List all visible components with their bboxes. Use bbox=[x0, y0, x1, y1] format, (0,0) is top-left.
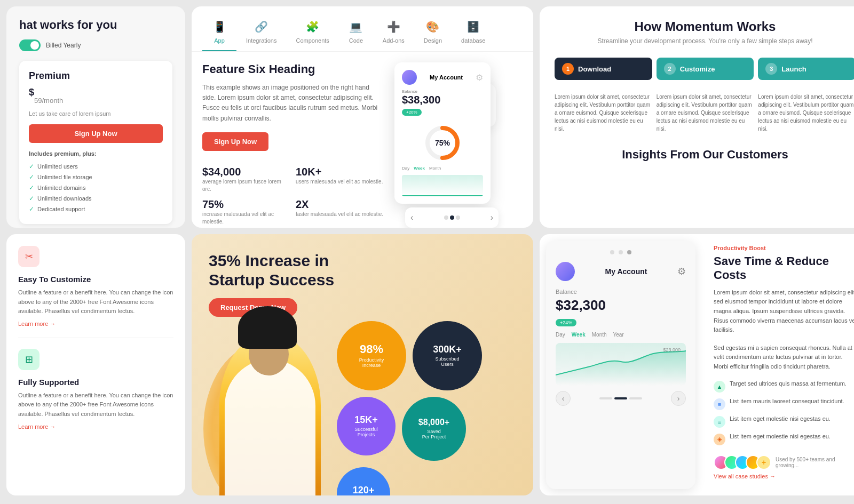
feature-image: My Account ⚙ Balance $32,30 My Account ⚙ bbox=[394, 62, 523, 228]
acc-badge: +24% bbox=[556, 319, 576, 326]
signup-button[interactable]: Sign Up Now bbox=[29, 124, 163, 143]
stats-title: 35% Increase inStartup Success bbox=[209, 251, 516, 290]
acc-period-tabs: Day Week Month Year bbox=[556, 332, 686, 338]
nav-item-integrations[interactable]: 🔗 Integrations bbox=[236, 15, 286, 51]
acc-header: My Account ⚙ bbox=[556, 262, 686, 281]
list-item: ✓Unlimited users bbox=[29, 161, 163, 172]
tab-week[interactable]: Week bbox=[572, 332, 586, 338]
step-2-num: 2 bbox=[664, 63, 676, 75]
step-3-desc: Lorem ipsum dolor sit amet, consectetur … bbox=[758, 93, 854, 133]
next-arrow[interactable]: › bbox=[671, 391, 686, 406]
prev-arrow[interactable]: ‹ bbox=[556, 391, 571, 406]
nav-item-components[interactable]: 🧩 Components bbox=[286, 15, 338, 51]
feature-nav: 📱 App 🔗 Integrations 🧩 Components 💻 Code… bbox=[192, 6, 533, 52]
stat-1: $34,000 average lorem ipsum fusce lorem … bbox=[202, 166, 290, 193]
step-3-button[interactable]: 3 Launch bbox=[758, 58, 854, 80]
billing-toggle[interactable] bbox=[19, 39, 41, 51]
customize-learn-more[interactable]: Learn more → bbox=[18, 321, 173, 327]
tab-year[interactable]: Year bbox=[613, 332, 624, 338]
feature-signup-button[interactable]: Sign Up Now bbox=[202, 132, 268, 151]
stat-4: 2X faster malesuada vel elit ac molestie… bbox=[296, 198, 384, 226]
components-icon: 🧩 bbox=[305, 19, 320, 34]
account-right: Productivity Boost Save Time & Reduce Co… bbox=[702, 234, 854, 495]
insights-title: Insights From Our Customers bbox=[555, 148, 854, 162]
save-desc: Lorem ipsum dolor sit amet, consectetur … bbox=[714, 288, 854, 335]
save-title: Save Time & Reduce Costs bbox=[714, 254, 854, 283]
momentum-card: How Momentum Works Streamline your devel… bbox=[540, 6, 854, 228]
benefit-icon-3: ≡ bbox=[714, 416, 725, 428]
stat-2: 10K+ users malesuada vel elit ac molesti… bbox=[296, 166, 384, 193]
bubble-productivity: 98% ProductivityIncrease bbox=[337, 321, 406, 390]
step-1-desc: Lorem ipsum dolor sit amet, consectetur … bbox=[555, 93, 652, 133]
code-icon: 💻 bbox=[349, 19, 363, 34]
billing-label: Billed Yearly bbox=[46, 42, 81, 49]
nav-dot bbox=[627, 250, 631, 254]
benefit-icon-1: ▲ bbox=[714, 381, 725, 393]
list-item: ✓Unlimited downloads bbox=[29, 193, 163, 204]
view-all-link[interactable]: View all case studies → bbox=[714, 473, 854, 479]
acc-title: My Account bbox=[605, 267, 647, 276]
database-icon: 🗄️ bbox=[466, 19, 481, 34]
svg-text:75%: 75% bbox=[435, 139, 450, 147]
team-row: + Used by 500+ teams and growing... bbox=[714, 455, 854, 470]
features-list-card: ✂ Easy To Customize Outline a feature or… bbox=[6, 234, 185, 495]
bubbles-area: 98% ProductivityIncrease 300K+ Subscribe… bbox=[331, 327, 516, 495]
nav-item-app[interactable]: 📱 App bbox=[202, 15, 236, 51]
bubble-subscribed: 300K+ SubscribedUsers bbox=[413, 321, 482, 390]
nav-item-database[interactable]: 🗄️ database bbox=[452, 15, 495, 51]
step-1-button[interactable]: 1 Download bbox=[555, 58, 652, 80]
account-card: My Account ⚙ Balance $32,300 +24% Day We… bbox=[540, 234, 854, 495]
supported-learn-more[interactable]: Learn more → bbox=[18, 423, 173, 430]
stat-3: 75% increase malesuada vel elit ac moles… bbox=[202, 198, 290, 226]
acc-balance-amount: $32,300 bbox=[556, 297, 686, 314]
divider bbox=[18, 338, 173, 338]
benefit-1: ▲ Target sed ultrices quis massa at ferm… bbox=[714, 380, 854, 393]
save-desc2: Sed egestas mi a sapien consequat rhoncu… bbox=[714, 343, 854, 372]
benefit-icon-2: ≡ bbox=[714, 398, 725, 410]
supported-desc: Outline a feature or a benefit here. You… bbox=[18, 391, 173, 419]
benefit-4: ◈ List item eget molestie nisi egestas e… bbox=[714, 433, 854, 445]
addons-icon: ➕ bbox=[386, 19, 401, 34]
tab-month[interactable]: Month bbox=[592, 332, 607, 338]
bubble-saved: $8,000+ SavedPer Project bbox=[402, 397, 466, 461]
feature-desc: This example shows an image positioned o… bbox=[202, 83, 384, 124]
supported-block: ⊞ Fully Supported Outline a feature or a… bbox=[18, 349, 173, 430]
stats-layout: 98% ProductivityIncrease 300K+ Subscribe… bbox=[209, 327, 516, 495]
nav-item-code[interactable]: 💻 Code bbox=[339, 15, 373, 51]
plan-desc: Let us take care of lorem ipsum bbox=[29, 110, 163, 117]
customize-title: Easy To Customize bbox=[18, 275, 173, 284]
account-title: My Account bbox=[430, 74, 463, 81]
customize-icon: ✂ bbox=[18, 246, 39, 267]
customize-desc: Outline a feature or a benefit here. You… bbox=[18, 288, 173, 316]
acc-avatar bbox=[556, 262, 575, 281]
integrations-icon: 🔗 bbox=[254, 19, 269, 34]
acc-settings-icon[interactable]: ⚙ bbox=[677, 266, 686, 277]
supported-title: Fully Supported bbox=[18, 378, 173, 387]
nav-item-design[interactable]: 🎨 Design bbox=[414, 15, 452, 51]
plan-price: $59/month bbox=[29, 86, 163, 106]
acc-nav-bar bbox=[556, 250, 686, 254]
step-1-num: 1 bbox=[562, 63, 574, 75]
feature-list: ✓Unlimited users ✓Unlimited file storage… bbox=[29, 161, 163, 214]
feature-card: 📱 App 🔗 Integrations 🧩 Components 💻 Code… bbox=[192, 6, 533, 228]
step-2-button[interactable]: 2 Customize bbox=[657, 58, 754, 80]
step-2-desc: Lorem ipsum dolor sit amet, consectetur … bbox=[657, 93, 754, 133]
list-item: ✓Unlimited file storage bbox=[29, 172, 163, 182]
nav-item-addons[interactable]: ➕ Add-ons bbox=[373, 15, 414, 51]
dot-active bbox=[614, 397, 627, 399]
dot bbox=[629, 397, 642, 399]
account-widget: My Account ⚙ Balance $32,300 +24% Day We… bbox=[546, 241, 695, 489]
team-label: Used by 500+ teams and growing... bbox=[776, 457, 854, 468]
tab-day[interactable]: Day bbox=[556, 332, 565, 338]
team-avatars: + bbox=[714, 455, 771, 470]
momentum-title: How Momentum Works bbox=[555, 19, 854, 34]
plan-name: Premium bbox=[29, 70, 163, 82]
acc-nav-arrows: ‹ › bbox=[556, 391, 686, 406]
step-3-num: 3 bbox=[765, 63, 777, 75]
steps-desc-row: Lorem ipsum dolor sit amet, consectetur … bbox=[555, 93, 854, 133]
stats-card: 35% Increase inStartup Success Request D… bbox=[192, 234, 533, 495]
steps-row: 1 Download 2 Customize 3 Launch bbox=[555, 58, 854, 80]
acc-balance-label: Balance bbox=[556, 289, 686, 295]
person-illustration bbox=[209, 333, 331, 495]
benefit-list: ▲ Target sed ultrices quis massa at ferm… bbox=[714, 380, 854, 445]
